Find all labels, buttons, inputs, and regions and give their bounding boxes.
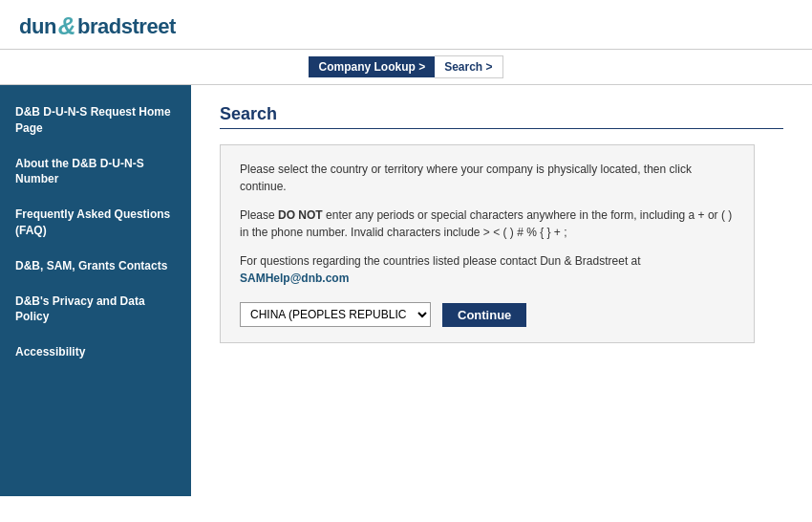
email-link[interactable]: SAMHelp@dnb.com bbox=[240, 272, 349, 285]
header: dun&bradstreet bbox=[0, 0, 812, 50]
logo-ampersand: & bbox=[58, 11, 75, 41]
info-box: Please select the country or territory w… bbox=[220, 144, 755, 343]
page-title: Search bbox=[220, 104, 783, 129]
sidebar-item-sam[interactable]: D&B, SAM, Grants Contacts bbox=[0, 249, 191, 284]
breadcrumb-search[interactable]: Search > bbox=[435, 55, 502, 78]
sidebar-item-home[interactable]: D&B D-U-N-S Request Home Page bbox=[0, 95, 191, 146]
logo-dun: dun bbox=[19, 14, 56, 39]
country-select[interactable]: CHINA (PEOPLES REPUBLIC O bbox=[240, 302, 431, 327]
content-area: Search Please select the country or terr… bbox=[191, 85, 812, 496]
continue-button[interactable]: Continue bbox=[442, 303, 526, 327]
sidebar: D&B D-U-N-S Request Home Page About the … bbox=[0, 85, 191, 496]
logo-bradstreet: bradstreet bbox=[77, 14, 176, 39]
info-line1: Please select the country or territory w… bbox=[240, 161, 735, 195]
sidebar-item-about[interactable]: About the D&B D-U-N-S Number bbox=[0, 146, 191, 198]
main-layout: D&B D-U-N-S Request Home Page About the … bbox=[0, 85, 812, 496]
country-row: CHINA (PEOPLES REPUBLIC O Continue bbox=[240, 302, 735, 327]
breadcrumb-bar: Company Lookup > Search > bbox=[0, 50, 812, 85]
sidebar-item-accessibility[interactable]: Accessibility bbox=[0, 335, 191, 370]
logo: dun&bradstreet bbox=[19, 11, 793, 41]
info-line3: For questions regarding the countries li… bbox=[240, 252, 735, 287]
breadcrumb-company-lookup[interactable]: Company Lookup > bbox=[309, 56, 435, 77]
sidebar-item-faq[interactable]: Frequently Asked Questions (FAQ) bbox=[0, 197, 191, 249]
do-not-text: DO NOT bbox=[278, 208, 323, 222]
sidebar-item-privacy[interactable]: D&B's Privacy and Data Policy bbox=[0, 284, 191, 336]
info-line2: Please DO NOT enter any periods or speci… bbox=[240, 207, 735, 241]
